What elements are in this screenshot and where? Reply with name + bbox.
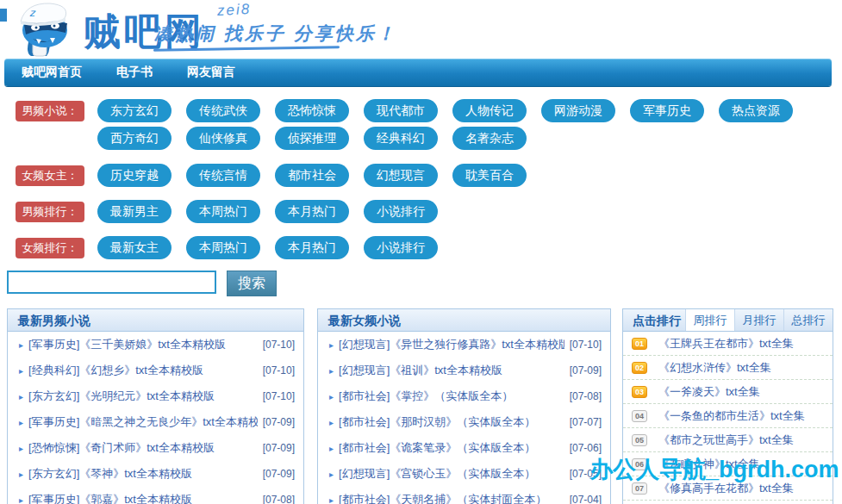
nav-item-guestbook[interactable]: 网友留言 <box>184 65 239 80</box>
novel-link[interactable]: [东方玄幻]《光明纪元》txt全本精校版 <box>28 389 258 404</box>
rank-badge: 04 <box>632 410 647 422</box>
mascot-logo-icon[interactable]: z <box>7 1 81 58</box>
panel-latest-female-novels: 最新女频小说 ▸[幻想现言]《异世之独行修真路》txt全本精校版[07-10] … <box>317 308 611 504</box>
category-label-female-rank: 女频排行： <box>16 238 84 258</box>
novel-link[interactable]: [经典科幻]《幻想乡》txt全本精校版 <box>28 363 258 378</box>
category-button[interactable]: 经典科幻 <box>364 127 438 150</box>
tagline: 凑热闹 找乐子 分享快乐！ <box>154 22 397 46</box>
novel-item: ▸[军事历史]《郭嘉》txt全本精校版[07-08] <box>8 487 303 504</box>
novel-link[interactable]: 《幻想水浒传》txt全集 <box>658 360 771 376</box>
nav-item-ebook[interactable]: 电子书 <box>113 65 156 80</box>
tab-total-rank[interactable]: 总排行 <box>783 309 833 331</box>
category-label-female-novel: 女频女主： <box>16 165 84 186</box>
category-button[interactable]: 本月热门 <box>275 200 349 223</box>
search-button[interactable]: 搜索 <box>227 271 277 296</box>
category-button[interactable]: 传统武侠 <box>186 99 260 122</box>
arrow-bullet-icon: ▸ <box>19 418 23 427</box>
category-button[interactable]: 仙侠修真 <box>186 127 260 150</box>
novel-link[interactable]: [军事历史]《暗黑之神之无良少年》txt全本精校版 <box>28 414 258 430</box>
novel-link[interactable]: [幻想现言]《异世之独行修真路》txt全本精校版 <box>339 337 564 352</box>
ranking-item: 08《紫天梵化》txt全集 <box>623 501 833 504</box>
category-button[interactable]: 传统言情 <box>186 164 260 187</box>
novel-item: ▸[都市社会]《天朝名捕》（实体封面全本）[07-04] <box>318 487 610 504</box>
category-row: 男频小说： 东方玄幻 传统武侠 恐怖惊悚 现代都市 人物传记 网游动漫 军事历史… <box>0 99 842 123</box>
novel-link[interactable]: [都市社会]《掌控》（实体版全本） <box>339 389 564 404</box>
category-row: 西方奇幻 仙侠修真 侦探推理 经典科幻 名著杂志 <box>0 127 842 151</box>
novel-item: ▸[幻想现言]《宫锁心玉》（实体版全本）[07-05] <box>318 461 610 487</box>
tagline-script: zei8 <box>217 1 252 20</box>
panel-title: 最新女频小说 <box>318 309 610 332</box>
category-button[interactable]: 最新男主 <box>97 200 172 223</box>
rank-badge: 03 <box>632 386 647 398</box>
category-button[interactable]: 历史穿越 <box>97 164 172 187</box>
category-button[interactable]: 军事历史 <box>630 99 704 122</box>
tab-week-rank[interactable]: 周排行 <box>685 309 734 331</box>
category-button[interactable]: 热点资源 <box>719 99 793 122</box>
category-label-male-rank: 男频排行： <box>16 202 84 222</box>
novel-link[interactable]: [恐怖惊悚]《奇门术师》txt全本精校版 <box>28 440 258 456</box>
page: z 贼吧网 zei8 凑热闹 找乐子 分享快乐！ 贼吧网首页 电子书 网友留言 … <box>0 0 842 504</box>
category-button[interactable]: 侦探推理 <box>275 127 349 150</box>
novel-link[interactable]: 《一斧凌天》txt全集 <box>658 384 760 400</box>
novel-link[interactable]: [都市社会]《诡案笔录》（实体版全本） <box>339 440 564 456</box>
tab-month-rank[interactable]: 月排行 <box>734 309 783 331</box>
novel-date: [07-08] <box>570 390 602 402</box>
main-nav: 贼吧网首页 电子书 网友留言 <box>4 59 832 86</box>
novel-link[interactable]: [都市社会]《天朝名捕》（实体封面全本） <box>339 492 564 504</box>
category-button[interactable]: 恐怖惊悚 <box>275 99 349 122</box>
novel-date: [07-08] <box>263 494 295 504</box>
category-button[interactable]: 最新女主 <box>97 236 172 259</box>
novel-date: [07-09] <box>570 364 602 376</box>
novel-item: ▸[经典科幻]《幻想乡》txt全本精校版[07-10] <box>8 358 303 383</box>
category-button[interactable]: 都市社会 <box>275 164 349 187</box>
search-input[interactable] <box>7 271 216 294</box>
category-button[interactable]: 本周热门 <box>186 200 260 223</box>
category-button[interactable]: 现代都市 <box>364 99 438 122</box>
novel-link[interactable]: 《一条鱼的都市生活》txt全集 <box>658 408 805 424</box>
category-button[interactable]: 小说排行 <box>364 200 438 223</box>
novel-link[interactable]: [军事历史]《三千美娇娘》txt全本精校版 <box>28 337 258 352</box>
novel-date: [07-06] <box>570 442 602 454</box>
category-button[interactable]: 东方玄幻 <box>97 99 172 122</box>
ranking-item: 01《王牌兵王在都市》txt全集 <box>623 332 833 356</box>
novel-link[interactable]: 《王牌兵王在都市》txt全集 <box>658 336 794 352</box>
category-button[interactable]: 名著杂志 <box>452 127 527 150</box>
category-button[interactable]: 西方奇幻 <box>97 127 172 150</box>
novel-link[interactable]: 《都市之玩世高手》txt全集 <box>658 432 794 448</box>
arrow-bullet-icon: ▸ <box>19 495 23 504</box>
arrow-bullet-icon: ▸ <box>329 366 334 376</box>
novel-item: ▸[幻想现言]《祖训》txt全本精校版[07-09] <box>318 358 610 383</box>
novel-item: ▸[东方玄幻]《琴神》txt全本精校版[07-09] <box>8 461 303 487</box>
novel-date: [07-04] <box>570 494 602 504</box>
novel-date: [07-09] <box>263 416 295 428</box>
novel-link[interactable]: [幻想现言]《宫锁心玉》（实体版全本） <box>339 466 564 482</box>
nav-item-home[interactable]: 贼吧网首页 <box>18 65 85 80</box>
novel-item: ▸[军事历史]《三千美娇娘》txt全本精校版[07-10] <box>8 332 303 358</box>
category-button[interactable]: 人物传记 <box>452 99 527 122</box>
novel-link[interactable]: [都市社会]《那时汉朝》（实体版全本） <box>339 414 564 430</box>
arrow-bullet-icon: ▸ <box>19 340 23 350</box>
panel-title: 点击排行 <box>623 309 685 331</box>
novel-item: ▸[都市社会]《那时汉朝》（实体版全本）[07-07] <box>318 409 610 435</box>
novel-item: ▸[都市社会]《诡案笔录》（实体版全本）[07-06] <box>318 435 610 461</box>
arrow-bullet-icon: ▸ <box>19 444 23 453</box>
panel-latest-male-novels: 最新男频小说 ▸[军事历史]《三千美娇娘》txt全本精校版[07-10] ▸[经… <box>7 308 304 504</box>
category-button[interactable]: 幻想现言 <box>364 164 438 187</box>
novel-item: ▸[都市社会]《掌控》（实体版全本）[07-08] <box>318 383 610 409</box>
category-button[interactable]: 网游动漫 <box>541 99 615 122</box>
novel-link[interactable]: [东方玄幻]《琴神》txt全本精校版 <box>28 466 258 482</box>
category-button[interactable]: 耽美百合 <box>452 164 527 187</box>
watermark: 办公人导航_bgrdh.com <box>589 454 839 485</box>
novel-date: [07-10] <box>570 339 602 351</box>
category-label-male-novel: 男频小说： <box>16 101 84 121</box>
rank-badge: 02 <box>632 362 647 374</box>
category-row: 男频排行： 最新男主 本周热门 本月热门 小说排行 <box>0 200 842 224</box>
category-button[interactable]: 小说排行 <box>364 236 438 259</box>
ranking-item: 03《一斧凌天》txt全集 <box>623 380 833 404</box>
novel-link[interactable]: [幻想现言]《祖训》txt全本精校版 <box>339 363 564 378</box>
novel-date: [07-09] <box>263 468 295 480</box>
category-button[interactable]: 本月热门 <box>275 236 349 259</box>
novel-link[interactable]: [军事历史]《郭嘉》txt全本精校版 <box>28 492 258 504</box>
category-button[interactable]: 本周热门 <box>186 236 260 259</box>
rank-badge: 01 <box>632 338 647 350</box>
